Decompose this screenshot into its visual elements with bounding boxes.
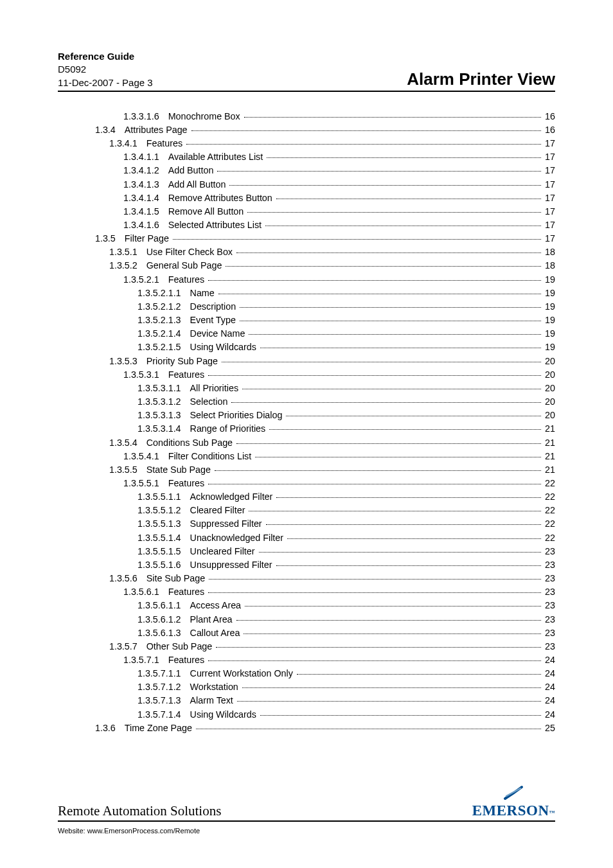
toc-leader [260,715,541,716]
toc-leader [196,729,541,729]
toc-number: 1.3.3.1.6 [123,110,168,123]
toc-row: 1.3.5.3.1.4Range of Priorities21 [58,422,555,436]
toc-leader [249,511,541,511]
toc-leader [276,565,542,566]
toc-number: 1.3.5.6.1 [123,585,168,599]
toc-leader [191,130,542,131]
toc-title: Remove Attributes Button [168,191,275,205]
toc-number: 1.3.5 [95,232,125,245]
toc-row: 1.3.5.5.1Features22 [58,477,555,490]
toc-leader [215,470,541,471]
toc-number: 1.3.5.6 [109,572,147,585]
toc-row: 1.3.5.3.1.1All Priorities20 [58,382,555,395]
toc-number: 1.3.6 [95,722,125,735]
toc-row: 1.3.5.2General Sub Page18 [58,259,555,272]
toc-page-number: 19 [542,287,555,300]
toc-number: 1.3.4 [95,123,125,137]
toc-title: Attributes Page [125,123,190,137]
toc-title: Callout Area [190,626,243,640]
ref-guide-label: Reference Guide [58,50,153,63]
toc-page-number: 24 [542,653,555,667]
toc-title: Features [147,137,185,150]
toc-number: 1.3.5.7 [109,640,147,653]
toc-page-number: 21 [542,422,555,436]
toc-page-number: 24 [542,680,555,694]
toc-leader [240,307,541,308]
toc-number: 1.3.5.6.1.3 [138,626,190,640]
toc-leader [276,497,541,498]
toc-leader [226,266,541,267]
toc-page-number: 16 [542,123,555,137]
toc-title: Conditions Sub Page [147,436,235,450]
toc-title: Features [168,653,207,667]
toc-row: 1.3.5.7Other Sub Page23 [58,640,555,653]
toc-title: Description [190,300,239,314]
toc-page-number: 23 [542,640,555,653]
toc-number: 1.3.5.1 [109,245,147,259]
toc-page-number: 20 [542,409,555,422]
toc-page-number: 20 [542,368,555,382]
toc-row: 1.3.5.3.1.3Select Priorities Dialog20 [58,409,555,422]
toc-number: 1.3.4.1.1 [123,150,168,164]
toc-leader [287,538,541,539]
toc-row: 1.3.4.1.3Add All Button17 [58,178,555,191]
toc-row: 1.3.4.1.6Selected Attributes List17 [58,218,555,232]
toc-leader [267,157,541,158]
toc-number: 1.3.5.7.1.4 [138,708,190,722]
toc-leader [222,362,541,362]
toc-page-number: 17 [542,150,555,164]
toc-title: Priority Sub Page [147,355,220,368]
toc-page-number: 18 [542,245,555,259]
toc-row: 1.3.5.7.1.1Current Workstation Only24 [58,667,555,680]
toc-number: 1.3.5.7.1.3 [138,694,190,707]
toc-page-number: 23 [542,599,555,612]
toc-number: 1.3.5.2.1.2 [138,300,190,314]
toc-leader [245,606,541,607]
toc-leader [208,484,541,484]
toc-title: Selection [190,395,231,409]
toc-leader [236,443,541,444]
toc-row: 1.3.4.1.1Available Attributes List17 [58,150,555,164]
toc-number: 1.3.5.2 [109,259,147,272]
toc-row: 1.3.6Time Zone Page25 [58,722,555,735]
toc-number: 1.3.4.1.2 [123,164,168,177]
toc-number: 1.3.5.6.1.2 [138,613,190,626]
table-of-contents: 1.3.3.1.6Monochrome Box161.3.4Attributes… [58,110,555,735]
toc-leader [297,674,541,675]
toc-leader [208,280,541,281]
toc-title: Suppressed Filter [190,517,265,531]
toc-page-number: 20 [542,355,555,368]
toc-row: 1.3.5.5.1.3Suppressed Filter22 [58,517,555,531]
toc-title: Site Sub Page [147,572,208,585]
toc-title: Time Zone Page [125,722,195,735]
toc-title: Event Type [190,314,238,327]
toc-number: 1.3.5.6.1.1 [138,599,190,612]
toc-number: 1.3.5.5.1.6 [138,558,190,572]
toc-row: 1.3.4.1Features17 [58,137,555,150]
toc-number: 1.3.5.2.1.1 [138,287,190,300]
toc-page-number: 17 [542,178,555,191]
toc-page-number: 23 [542,613,555,626]
toc-page-number: 22 [542,490,555,504]
toc-title: Features [168,585,207,599]
toc-leader [269,429,541,430]
toc-title: Available Attributes List [168,150,266,164]
toc-page-number: 17 [542,137,555,150]
toc-page-number: 22 [542,517,555,531]
toc-page-number: 17 [542,164,555,177]
toc-leader [173,239,541,240]
toc-page-number: 24 [542,694,555,707]
toc-title: Features [168,477,207,490]
toc-number: 1.3.5.5 [109,463,147,477]
toc-row: 1.3.4.1.4Remove Attributes Button17 [58,191,555,205]
toc-number: 1.3.5.5.1.2 [138,504,190,517]
toc-leader [208,660,541,661]
toc-title: Acknowledged Filter [190,490,276,504]
toc-number: 1.3.5.4.1 [123,450,168,463]
toc-number: 1.3.5.3.1.3 [138,409,190,422]
page-header: Reference Guide D5092 11-Dec-2007 - Page… [58,50,555,92]
toc-number: 1.3.5.3 [109,355,147,368]
toc-page-number: 23 [542,545,555,558]
toc-leader [216,647,541,648]
toc-row: 1.3.5.6.1.1Access Area23 [58,599,555,612]
